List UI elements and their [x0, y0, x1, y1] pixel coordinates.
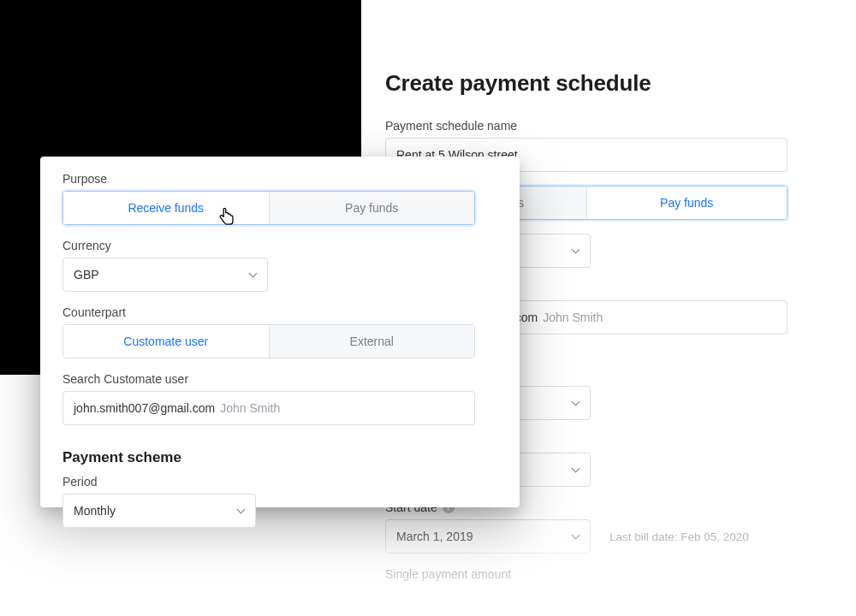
search-user-field-front: Search Customate user john.smith007@gmai… [62, 372, 497, 425]
start-date-value: March 1, 2019 [396, 530, 473, 543]
purpose-panel: Purpose Receive funds Pay funds Currency… [40, 157, 520, 507]
last-bill-hint: Last bill date: Feb 05, 2020 [609, 530, 749, 543]
chevron-down-icon [571, 465, 580, 474]
chevron-down-icon [236, 506, 245, 515]
payment-scheme-heading: Payment scheme [62, 449, 497, 466]
counterpart-field: Counterpart Customate user External [62, 305, 497, 358]
period-value: Monthly [74, 504, 116, 518]
purpose-pay-back[interactable]: Pay funds [586, 187, 788, 219]
single-amount-field: Single payment amount [385, 567, 788, 581]
purpose-label-front: Purpose [62, 172, 497, 186]
counterpart-customate[interactable]: Customate user [63, 325, 269, 358]
search-user-name-front: John Smith [220, 401, 280, 415]
chevron-down-icon [571, 246, 580, 255]
period-select[interactable]: Monthly [62, 494, 256, 528]
search-user-input-front[interactable]: john.smith007@gmail.com John Smith [62, 391, 475, 425]
purpose-segmented-front: Receive funds Pay funds [62, 191, 475, 225]
currency-field-front: Currency GBP [62, 239, 497, 292]
period-label: Period [62, 475, 497, 489]
search-user-name-back: John Smith [543, 311, 603, 324]
currency-select-front[interactable]: GBP [62, 258, 268, 292]
single-amount-label: Single payment amount [385, 567, 788, 581]
search-user-value-front: john.smith007@gmail.com [74, 401, 215, 415]
currency-value-front: GBP [74, 268, 99, 281]
counterpart-external[interactable]: External [269, 325, 475, 358]
schedule-name-label: Payment schedule name [385, 119, 788, 133]
chevron-down-icon [571, 532, 580, 541]
counterpart-segmented: Customate user External [62, 324, 475, 358]
purpose-receive-front[interactable]: Receive funds [63, 192, 269, 224]
counterpart-label: Counterpart [62, 305, 497, 319]
page-title: Create payment schedule [385, 70, 788, 97]
purpose-field-front: Purpose Receive funds Pay funds [62, 172, 497, 225]
purpose-pay-front[interactable]: Pay funds [269, 192, 475, 224]
currency-label-front: Currency [62, 239, 497, 252]
chevron-down-icon [571, 399, 580, 407]
period-field: Period Monthly [62, 475, 497, 528]
chevron-down-icon [248, 270, 257, 279]
search-user-label-front: Search Customate user [62, 372, 497, 386]
